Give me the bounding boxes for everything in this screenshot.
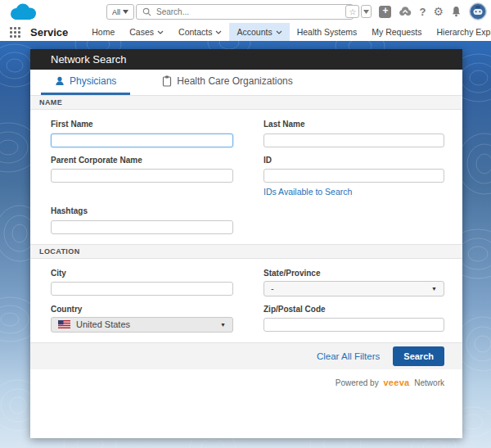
field-label: City bbox=[51, 269, 233, 278]
nav-item-hierarchy-explorer[interactable]: Hierarchy Explorer bbox=[430, 23, 491, 41]
field-last-name: Last Name bbox=[264, 120, 444, 147]
nav-item-accounts[interactable]: Accounts bbox=[229, 23, 289, 41]
modal-title-bar: Network Search bbox=[30, 49, 462, 70]
field-label: Parent Corporate Name bbox=[51, 156, 233, 165]
city-input[interactable] bbox=[51, 282, 233, 296]
chevron-down-icon bbox=[215, 30, 222, 34]
nav-item-health-systems[interactable]: Health Systems bbox=[290, 23, 365, 41]
veeva-logo: veeva bbox=[383, 378, 409, 387]
parent-corporate-name-input[interactable] bbox=[51, 169, 233, 183]
location-form: City State/Province - ▼ Country bbox=[30, 259, 462, 342]
powered-by-prefix: Powered by bbox=[336, 378, 379, 387]
powered-by-suffix: Network bbox=[414, 378, 444, 387]
notifications-bell-icon[interactable] bbox=[451, 6, 462, 17]
powered-by: Powered by veeva Network bbox=[30, 369, 462, 387]
modal-footer: Clear All Filters Search bbox=[30, 342, 462, 369]
header-utility-icons: ☆ + ? ⚙ bbox=[345, 2, 487, 20]
chevron-down-icon bbox=[276, 30, 282, 34]
search-icon bbox=[142, 7, 151, 16]
field-city: City bbox=[51, 269, 233, 296]
nav-item-home[interactable]: Home bbox=[84, 23, 122, 41]
nav-item-label: Cases bbox=[129, 27, 154, 37]
ids-available-link[interactable]: IDs Available to Search bbox=[264, 187, 352, 197]
hashtags-input[interactable] bbox=[51, 220, 233, 234]
search-button[interactable]: Search bbox=[393, 346, 444, 366]
section-heading-label: LOCATION bbox=[39, 247, 80, 256]
app-nav-bar: Service Home Cases Contacts Accounts Hea… bbox=[0, 23, 491, 41]
field-label: State/Province bbox=[264, 269, 444, 278]
app-name: Service bbox=[30, 26, 68, 38]
screen: All ☆ + bbox=[0, 0, 491, 448]
tab-label: Physicians bbox=[70, 75, 116, 87]
field-parent-corporate-name: Parent Corporate Name bbox=[51, 156, 233, 199]
nav-item-label: My Requests bbox=[372, 27, 421, 37]
name-form: First Name Last Name Parent Corporate Na… bbox=[30, 110, 462, 244]
id-input[interactable] bbox=[264, 169, 444, 183]
global-search: All bbox=[106, 4, 354, 20]
nav-item-label: Health Systems bbox=[297, 27, 358, 37]
entity-tabs: Physicians Health Care Organizations bbox=[30, 70, 462, 95]
clear-all-filters-link[interactable]: Clear All Filters bbox=[317, 351, 380, 361]
nav-item-label: Contacts bbox=[178, 27, 212, 37]
panel-whitespace bbox=[30, 387, 462, 439]
country-select[interactable]: United States ▼ bbox=[51, 317, 233, 333]
favorites-group: ☆ bbox=[345, 5, 372, 18]
field-label: First Name bbox=[51, 120, 233, 129]
first-name-input[interactable] bbox=[51, 133, 233, 147]
user-avatar[interactable] bbox=[469, 2, 487, 20]
help-icon[interactable]: ? bbox=[419, 6, 426, 18]
field-id: ID IDs Available to Search bbox=[264, 156, 444, 199]
favorites-caret-icon[interactable] bbox=[361, 5, 372, 18]
search-box bbox=[136, 4, 354, 20]
last-name-input[interactable] bbox=[264, 133, 444, 147]
nav-item-cases[interactable]: Cases bbox=[122, 23, 171, 41]
field-state-province: State/Province - ▼ bbox=[264, 269, 444, 296]
section-heading-location: LOCATION bbox=[30, 244, 462, 259]
field-label: ID bbox=[264, 156, 444, 165]
field-zip-postal-code: Zip/Postal Code bbox=[264, 305, 444, 333]
global-header: All ☆ + bbox=[0, 0, 491, 23]
field-label: Zip/Postal Code bbox=[264, 305, 444, 314]
tab-physicians[interactable]: Physicians bbox=[41, 70, 130, 95]
nav-item-label: Hierarchy Explorer bbox=[437, 27, 491, 37]
field-label: Country bbox=[51, 305, 233, 314]
clipboard-icon bbox=[162, 75, 172, 87]
state-province-select[interactable]: - ▼ bbox=[264, 281, 444, 296]
quick-create-plus-icon[interactable]: + bbox=[379, 6, 391, 18]
app-launcher-waffle-icon[interactable] bbox=[10, 27, 20, 38]
network-search-modal: Network Search Physicians Health Care Or… bbox=[30, 49, 462, 438]
nav-item-contacts[interactable]: Contacts bbox=[171, 23, 229, 41]
nav-item-my-requests[interactable]: My Requests bbox=[364, 23, 429, 41]
section-heading-label: NAME bbox=[39, 98, 62, 106]
chevron-down-icon: ▼ bbox=[431, 286, 437, 292]
nav-item-label: Accounts bbox=[236, 27, 272, 37]
field-country: Country United States ▼ bbox=[51, 305, 233, 333]
physician-person-icon bbox=[55, 76, 65, 86]
tab-label: Health Care Organizations bbox=[177, 75, 292, 87]
zip-postal-code-input[interactable] bbox=[264, 318, 444, 332]
salesforce-cloud-logo bbox=[8, 2, 38, 25]
field-label: Hashtags bbox=[51, 206, 233, 215]
select-value: United States bbox=[76, 319, 130, 329]
tab-health-care-organizations[interactable]: Health Care Organizations bbox=[148, 70, 306, 95]
search-scope-value: All bbox=[112, 8, 120, 16]
chevron-down-icon bbox=[123, 10, 128, 14]
nav-item-label: Home bbox=[92, 27, 115, 37]
select-value: - bbox=[271, 283, 274, 293]
guidance-center-icon[interactable] bbox=[399, 6, 412, 17]
field-hashtags: Hashtags bbox=[51, 206, 233, 234]
us-flag-icon bbox=[58, 320, 70, 328]
section-heading-name: NAME bbox=[30, 95, 462, 110]
chevron-down-icon bbox=[157, 30, 164, 34]
search-scope-dropdown[interactable]: All bbox=[106, 4, 134, 20]
search-input[interactable] bbox=[156, 7, 347, 16]
chevron-down-icon: ▼ bbox=[220, 322, 226, 328]
favorites-star-icon[interactable]: ☆ bbox=[345, 5, 359, 18]
modal-title: Network Search bbox=[51, 53, 126, 66]
field-first-name: First Name bbox=[51, 120, 233, 147]
setup-gear-icon[interactable]: ⚙ bbox=[433, 6, 444, 17]
field-label: Last Name bbox=[264, 120, 444, 129]
